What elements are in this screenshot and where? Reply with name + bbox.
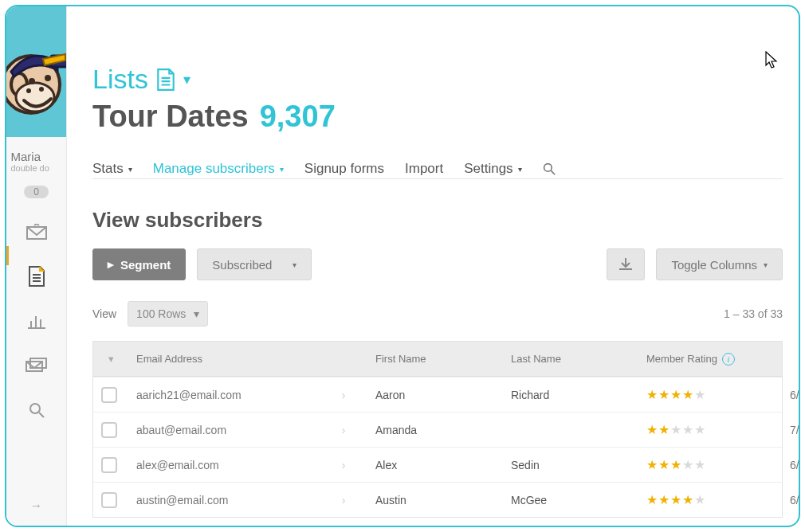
cell-member-rating: ★★★★★ bbox=[638, 387, 782, 402]
star-icon: ★ bbox=[682, 492, 693, 507]
chevron-down-icon: ▾ bbox=[128, 165, 132, 174]
row-expand[interactable]: › bbox=[320, 424, 367, 436]
cell-last-changed: 6/21/13 11: bbox=[782, 459, 799, 471]
cell-email: aarich21@email.com bbox=[128, 389, 320, 401]
tab-search[interactable] bbox=[543, 162, 556, 175]
segment-button[interactable]: ▸ Segment bbox=[92, 248, 186, 280]
sidebar-notif-badge[interactable]: 0 bbox=[24, 186, 49, 198]
search-icon bbox=[29, 402, 45, 418]
svg-line-24 bbox=[551, 170, 555, 174]
page-title-row: Tour Dates 9,307 bbox=[92, 100, 783, 134]
svg-point-6 bbox=[26, 88, 31, 93]
nav-campaigns[interactable] bbox=[24, 221, 49, 243]
col-last-changed[interactable]: Last Chang bbox=[782, 353, 799, 365]
nav-autoresponders[interactable] bbox=[24, 354, 49, 377]
star-icon: ★ bbox=[694, 457, 705, 472]
tab-stats[interactable]: Stats▾ bbox=[92, 161, 132, 177]
status-filter-select[interactable]: Subscribed ▾ bbox=[197, 248, 312, 280]
star-icon: ★ bbox=[670, 387, 681, 402]
breadcrumb-label: Lists bbox=[92, 64, 148, 95]
table-row[interactable]: austin@email.com › Austin McGee ★★★★★ 6/… bbox=[93, 482, 782, 517]
table-header: ▾ Email Address First Name Last Name Mem… bbox=[93, 342, 782, 377]
star-icon: ★ bbox=[646, 457, 658, 472]
select-all-dropdown[interactable]: ▾ bbox=[93, 353, 128, 365]
document-icon bbox=[28, 266, 45, 287]
envelope-icon bbox=[26, 224, 47, 240]
download-icon bbox=[618, 257, 633, 272]
info-icon[interactable]: i bbox=[722, 353, 735, 366]
tab-signup-forms[interactable]: Signup forms bbox=[304, 161, 384, 177]
star-icon: ★ bbox=[658, 387, 670, 402]
star-icon: ★ bbox=[658, 422, 670, 437]
star-icon: ★ bbox=[646, 387, 658, 402]
tab-settings[interactable]: Settings▾ bbox=[464, 161, 521, 177]
col-email[interactable]: Email Address bbox=[128, 353, 320, 365]
star-icon: ★ bbox=[670, 457, 681, 472]
chevron-down-icon: ▾ bbox=[194, 307, 199, 320]
svg-point-4 bbox=[29, 78, 35, 84]
view-label: View bbox=[92, 307, 116, 320]
row-checkbox[interactable] bbox=[101, 492, 117, 508]
cell-first-name: Alex bbox=[367, 459, 503, 471]
toggle-columns-button[interactable]: Toggle Columns ▾ bbox=[656, 248, 783, 280]
cell-email: abaut@email.com bbox=[128, 424, 320, 436]
cell-member-rating: ★★★★★ bbox=[638, 492, 782, 507]
bar-chart-icon bbox=[27, 313, 46, 329]
star-icon: ★ bbox=[682, 422, 693, 437]
nav-search[interactable] bbox=[24, 399, 49, 421]
cell-member-rating: ★★★★★ bbox=[638, 457, 782, 472]
nav-reports[interactable] bbox=[24, 310, 49, 332]
svg-point-18 bbox=[30, 404, 40, 413]
svg-line-19 bbox=[39, 413, 44, 417]
star-icon: ★ bbox=[682, 457, 693, 472]
table-row[interactable]: aarich21@email.com › Aaron Richard ★★★★★… bbox=[93, 377, 782, 412]
svg-point-5 bbox=[45, 75, 51, 81]
row-checkbox[interactable] bbox=[101, 457, 117, 473]
cell-last-name: Sedin bbox=[503, 459, 638, 471]
sidebar-collapse[interactable]: → bbox=[30, 499, 43, 513]
col-last-name[interactable]: Last Name bbox=[503, 353, 638, 365]
cell-first-name: Amanda bbox=[367, 424, 503, 436]
svg-point-23 bbox=[544, 164, 552, 172]
col-member-rating[interactable]: Member Rating i bbox=[638, 353, 782, 366]
sidebar-user-sub: double do bbox=[11, 163, 62, 173]
list-tabbar: Stats▾ Manage subscribers▾ Signup forms … bbox=[92, 161, 783, 179]
sidebar-user[interactable]: Maria double do bbox=[11, 150, 62, 173]
chevron-down-icon: ▾ bbox=[183, 71, 190, 88]
download-button[interactable] bbox=[607, 248, 645, 280]
search-icon bbox=[543, 162, 556, 175]
star-icon: ★ bbox=[646, 492, 658, 507]
tab-import[interactable]: Import bbox=[405, 161, 443, 177]
row-expand[interactable]: › bbox=[320, 494, 367, 507]
star-icon: ★ bbox=[670, 492, 681, 507]
brand-logo[interactable] bbox=[6, 6, 67, 137]
row-expand[interactable]: › bbox=[320, 459, 367, 471]
star-icon: ★ bbox=[694, 492, 705, 507]
row-expand[interactable]: › bbox=[320, 389, 367, 401]
rows-per-page-select[interactable]: 100 Rows ▾ bbox=[128, 301, 208, 327]
chevron-down-icon: ▾ bbox=[280, 165, 284, 174]
cell-last-name: McGee bbox=[503, 494, 638, 507]
star-icon: ★ bbox=[658, 457, 670, 472]
table-row[interactable]: alex@email.com › Alex Sedin ★★★★★ 6/21/1… bbox=[93, 447, 782, 482]
view-row: View 100 Rows ▾ 1 – 33 of 33 bbox=[92, 301, 783, 327]
cell-last-changed: 6/20/13 7:2 bbox=[782, 389, 799, 401]
cell-first-name: Austin bbox=[367, 494, 503, 507]
section-title: View subscribers bbox=[92, 208, 783, 233]
chevron-down-icon: ▾ bbox=[764, 260, 768, 269]
svg-point-7 bbox=[39, 87, 44, 92]
nav-lists[interactable] bbox=[24, 265, 49, 288]
subscribers-table: ▾ Email Address First Name Last Name Mem… bbox=[92, 341, 783, 518]
chevron-down-icon: ▾ bbox=[518, 165, 522, 174]
cell-last-changed: 7/1/13 7:24 bbox=[782, 424, 799, 436]
row-checkbox[interactable] bbox=[101, 387, 117, 403]
star-icon: ★ bbox=[682, 387, 693, 402]
col-first-name[interactable]: First Name bbox=[367, 353, 503, 365]
tab-manage-subscribers[interactable]: Manage subscribers▾ bbox=[153, 161, 284, 177]
star-icon: ★ bbox=[658, 492, 670, 507]
row-checkbox[interactable] bbox=[101, 422, 117, 438]
star-icon: ★ bbox=[694, 422, 705, 437]
breadcrumb[interactable]: Lists ▾ bbox=[92, 64, 783, 95]
table-row[interactable]: abaut@email.com › Amanda ★★★★★ 7/1/13 7:… bbox=[93, 412, 782, 447]
document-icon bbox=[156, 68, 175, 91]
